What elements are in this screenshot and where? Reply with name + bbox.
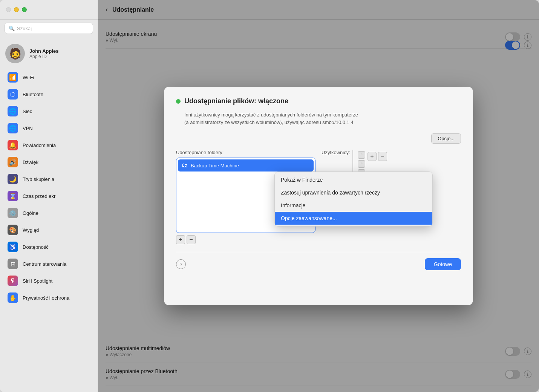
sidebar-item-wifi[interactable]: 📶Wi-Fi	[2, 69, 95, 86]
users-add-button[interactable]: +	[368, 152, 377, 161]
sidebar-item-vpn[interactable]: 🌐VPN	[2, 120, 95, 136]
appearance-icon: 🎨	[8, 225, 18, 235]
main-content: ‹ Udostępnianie Udostępnianie ekranu ● W…	[98, 0, 539, 392]
sidebar-item-accessibility[interactable]: ♿Dostępność	[2, 239, 95, 255]
modal-description: Inni użytkownicy mogą korzystać z udostę…	[176, 111, 461, 126]
context-menu: Pokaż w Finderze Zastosuj uprawnienia do…	[274, 172, 433, 227]
search-bar[interactable]: 🔍 Szukaj	[5, 23, 93, 34]
sidebar-item-general[interactable]: ⚙️Ogólne	[2, 205, 95, 221]
modal-header: Udostępnianie plików: włączone	[176, 97, 461, 105]
wifi-icon: 📶	[8, 72, 18, 83]
sidebar-items: 📶Wi-Fi⬡Bluetooth🌐Sieć🌐VPN🔔Powiadomienia🔊…	[0, 69, 98, 306]
maximize-button[interactable]	[22, 7, 27, 12]
sidebar-item-network[interactable]: 🌐Sieć	[2, 103, 95, 119]
folders-column: Udostępniane foldery: 🗂 Backup Time Mach…	[176, 150, 315, 244]
sidebar-item-control[interactable]: ⊞Centrum sterowania	[2, 256, 95, 272]
sidebar-item-label-privacy: Prywatność i ochrona	[23, 295, 69, 301]
modal-overlay: Udostępnianie plików: włączone Inni użyt…	[98, 0, 539, 392]
modal-footer: ? Gotowe	[176, 252, 461, 270]
file-sharing-modal: Udostępnianie plików: włączone Inni użyt…	[164, 87, 473, 305]
close-button[interactable]	[6, 7, 11, 12]
sidebar-item-focus[interactable]: 🌙Tryb skupienia	[2, 171, 95, 187]
accessibility-icon: ♿	[8, 242, 18, 252]
privacy-icon: ✋	[8, 292, 18, 303]
sidebar-item-label-wifi: Wi-Fi	[23, 75, 34, 80]
traffic-lights	[6, 7, 27, 12]
siri-icon: 🎙	[8, 276, 18, 286]
vpn-icon: 🌐	[8, 123, 18, 133]
minimize-button[interactable]	[14, 7, 19, 12]
folders-add-remove: + −	[176, 235, 315, 244]
user-profile[interactable]: 🧔 John Apples Apple ID	[0, 38, 98, 69]
user-sub: Apple ID	[29, 54, 59, 59]
sidebar-item-screentime[interactable]: ⌛Czas przed ekr	[2, 188, 95, 204]
context-menu-advanced[interactable]: Opcje zaawansowane...	[275, 212, 432, 225]
folders-remove-button[interactable]: −	[187, 235, 196, 244]
sound-icon: 🔊	[8, 157, 18, 167]
main-window: 🔍 Szukaj 🧔 John Apples Apple ID 📶Wi-Fi⬡B…	[0, 0, 539, 392]
notifications-icon: 🔔	[8, 140, 18, 150]
modal-title: Udostępnianie plików: włączone	[184, 97, 288, 105]
sidebar-item-label-focus: Tryb skupienia	[23, 176, 54, 182]
sidebar-item-label-control: Centrum sterowania	[23, 261, 66, 267]
status-dot	[176, 99, 181, 104]
sidebar-item-appearance[interactable]: 🎨Wygląd	[2, 222, 95, 238]
search-icon: 🔍	[9, 26, 15, 31]
context-menu-show-finder[interactable]: Pokaż w Finderze	[275, 173, 432, 186]
sidebar-item-privacy[interactable]: ✋Prywatność i ochrona	[2, 289, 95, 306]
sidebar-item-sound[interactable]: 🔊Dźwięk	[2, 154, 95, 170]
folder-icon: 🗂	[182, 162, 188, 169]
user-stepper-up-2[interactable]: ⌃	[358, 160, 365, 168]
sidebar-item-label-bluetooth: Bluetooth	[23, 92, 43, 97]
user-name: John Apples	[29, 48, 59, 54]
context-menu-apply-perms[interactable]: Zastosuj uprawnienia do zawartych rzeczy	[275, 186, 432, 199]
opcje-button[interactable]: Opcje...	[431, 133, 461, 144]
sidebar-item-bluetooth[interactable]: ⬡Bluetooth	[2, 86, 95, 103]
sidebar-item-label-vpn: VPN	[23, 126, 33, 131]
sidebar-titlebar	[0, 0, 98, 20]
sidebar-item-notifications[interactable]: 🔔Powiadomienia	[2, 137, 95, 153]
done-button[interactable]: Gotowe	[425, 258, 461, 270]
folders-label: Udostępniane foldery:	[176, 150, 315, 155]
user-info: John Apples Apple ID	[29, 48, 59, 59]
folder-item-backup[interactable]: 🗂 Backup Time Machine	[178, 159, 314, 172]
sidebar-item-label-sound: Dźwięk	[23, 159, 38, 165]
users-remove-button[interactable]: −	[378, 152, 387, 161]
folder-item-label: Backup Time Machine	[191, 163, 239, 168]
sidebar-item-label-screentime: Czas przed ekr	[23, 193, 55, 199]
general-icon: ⚙️	[8, 208, 18, 218]
sidebar-item-siri[interactable]: 🎙Siri i Spotlight	[2, 273, 95, 289]
control-icon: ⊞	[8, 259, 18, 269]
folders-add-button[interactable]: +	[176, 235, 185, 244]
bluetooth-icon: ⬡	[8, 89, 18, 100]
sidebar-item-label-appearance: Wygląd	[23, 227, 39, 233]
sidebar-item-label-notifications: Powiadomienia	[23, 142, 56, 148]
avatar: 🧔	[5, 44, 25, 63]
user-stepper-up-1[interactable]: ⌃	[358, 151, 365, 159]
focus-icon: 🌙	[8, 174, 18, 184]
folders-users-area: Udostępniane foldery: 🗂 Backup Time Mach…	[176, 150, 461, 244]
folders-list: 🗂 Backup Time Machine Pokaż w Finderze Z…	[176, 158, 315, 233]
screentime-icon: ⌛	[8, 191, 18, 201]
sidebar: 🔍 Szukaj 🧔 John Apples Apple ID 📶Wi-Fi⬡B…	[0, 0, 98, 392]
network-icon: 🌐	[8, 106, 18, 116]
context-menu-info[interactable]: Informacje	[275, 199, 432, 212]
sidebar-item-label-network: Sieć	[23, 109, 32, 114]
search-placeholder: Szukaj	[17, 26, 32, 31]
sidebar-item-label-general: Ogólne	[23, 210, 38, 216]
sidebar-item-label-siri: Siri i Spotlight	[23, 278, 52, 284]
sidebar-item-label-accessibility: Dostępność	[23, 244, 49, 250]
help-button[interactable]: ?	[176, 259, 186, 269]
